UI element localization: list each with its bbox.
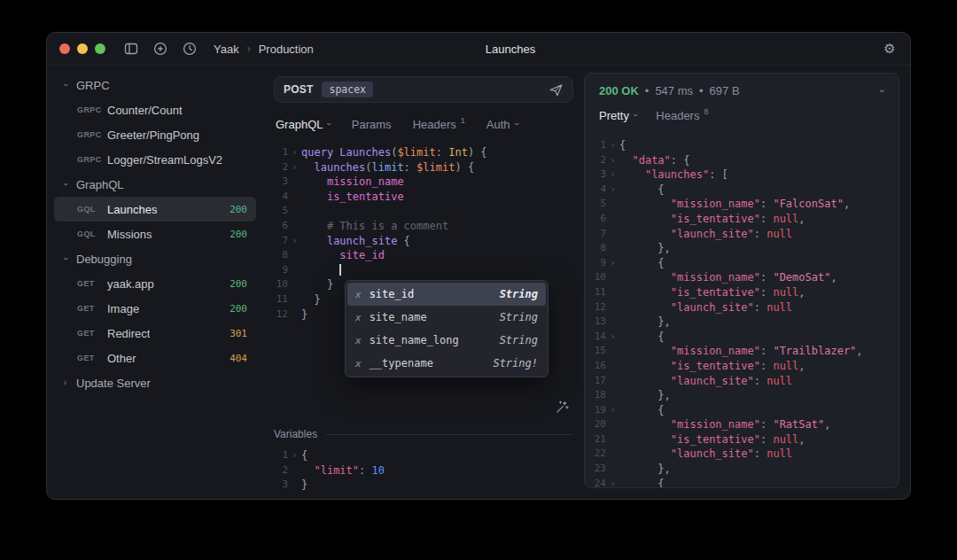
chevron-down-icon: › <box>511 122 520 125</box>
line-number: 16 <box>592 359 606 374</box>
sidebar-toggle-icon[interactable] <box>123 41 139 57</box>
autocomplete-item-typename[interactable]: x__typenameString! <box>347 352 546 375</box>
response-body[interactable]: 1›{2› "data": {3› "launches": [4› {5 "mi… <box>585 138 899 487</box>
line-number: 13 <box>592 315 606 330</box>
line-number: 4 <box>274 190 288 205</box>
code-line: 7› launch_site { <box>274 234 573 249</box>
code-line: 4 is_tentative <box>274 190 573 205</box>
code-line: 19› { <box>592 403 899 418</box>
line-number: 1 <box>274 448 288 463</box>
code-text: "launch_site": null <box>619 227 792 242</box>
zoom-window-button[interactable] <box>95 43 105 54</box>
response-time: 547 ms <box>655 84 693 97</box>
magic-wand-icon[interactable] <box>555 400 570 418</box>
code-text <box>301 263 341 278</box>
request-tab-graphql[interactable]: GraphQL› <box>276 118 331 131</box>
sidebar-item-launches[interactable]: GQLLaunches200 <box>54 197 256 222</box>
code-text: }, <box>619 315 671 330</box>
sidebar-section-update-server[interactable]: ›Update Server <box>54 370 256 395</box>
code-line: 1›{ <box>592 138 899 153</box>
breadcrumb-workspace[interactable]: Yaak <box>214 43 239 56</box>
chevron-down-icon: › <box>61 82 70 89</box>
field-icon: x <box>355 358 362 369</box>
fold-spacer <box>288 307 301 323</box>
fold-chevron-icon: › <box>606 167 619 183</box>
breadcrumb-environment[interactable]: Production <box>259 43 314 56</box>
code-text: site_id <box>301 248 385 263</box>
code-line: 1›query Launches($limit: Int) { <box>274 145 573 160</box>
autocomplete-popup: xsite_idStringxsite_nameStringxsite_name… <box>345 280 549 377</box>
sidebar-item-image[interactable]: GETImage200 <box>54 296 256 321</box>
code-text: "data": { <box>619 153 690 168</box>
sidebar-item-redirect[interactable]: GETRedirect301 <box>54 321 256 346</box>
request-tab-params[interactable]: Params <box>352 118 392 131</box>
line-number: 19 <box>592 403 606 418</box>
code-line: 3} <box>274 478 573 493</box>
variables-editor[interactable]: 1›{2 "limit": 103} <box>274 448 573 493</box>
autocomplete-item-site-id[interactable]: xsite_idString <box>347 283 546 306</box>
field-icon: x <box>355 335 362 346</box>
history-icon[interactable] <box>182 41 198 57</box>
code-text: "is_tentative": null, <box>619 285 805 300</box>
autocomplete-item-site-name-long[interactable]: xsite_name_longString <box>347 329 546 352</box>
fold-spacer <box>606 285 619 300</box>
code-text: "is_tentative": null, <box>619 359 805 374</box>
tab-label: Headers <box>656 109 699 122</box>
suggestion-type: String <box>500 334 538 346</box>
fold-spacer <box>606 447 619 462</box>
code-line: 7 "launch_site": null <box>592 227 899 242</box>
code-text: { <box>619 403 665 418</box>
code-text: "mission_name": "Trailblazer", <box>619 344 863 359</box>
url-template-pill[interactable]: spacex <box>322 82 373 97</box>
code-line: 24› { <box>592 477 899 487</box>
sidebar-section-graphql[interactable]: ›GraphQL <box>54 172 256 197</box>
suggestion-label: site_name <box>370 311 427 323</box>
request-tab-auth[interactable]: Auth› <box>486 118 517 131</box>
request-name: Missions <box>107 228 152 241</box>
sidebar-item-greeter-pingpong[interactable]: GRPCGreeter/PingPong <box>54 122 256 147</box>
sidebar-item-missions[interactable]: GQLMissions200 <box>54 222 256 246</box>
variables-header: Variables <box>274 428 573 440</box>
url-bar[interactable]: POST spacex <box>274 76 573 103</box>
fold-spacer <box>606 300 619 315</box>
sidebar-section-grpc[interactable]: ›GRPC <box>54 73 256 97</box>
code-line: 16 "is_tentative": null, <box>592 359 899 374</box>
line-number: 8 <box>592 241 606 256</box>
request-method: POST <box>284 83 313 96</box>
fold-chevron-icon: › <box>606 403 619 418</box>
line-number: 2 <box>274 463 288 478</box>
fold-spacer <box>606 241 619 256</box>
code-text: } <box>301 277 333 292</box>
field-icon: x <box>355 312 362 323</box>
request-tab-headers[interactable]: Headers1 <box>413 118 465 131</box>
sidebar-item-counter-count[interactable]: GRPCCounter/Count <box>54 97 256 122</box>
line-number: 23 <box>592 462 606 477</box>
line-number: 9 <box>592 256 606 271</box>
app-window: Yaak › Production Launches ⚙ ›GRPCGRPCCo… <box>46 32 911 500</box>
chevron-down-icon[interactable]: › <box>878 89 888 93</box>
code-line: 20 "mission_name": "RatSat", <box>592 417 899 432</box>
active-request-title: Launches <box>486 43 535 56</box>
chevron-right-icon: › <box>247 43 251 55</box>
code-text: } <box>301 307 307 323</box>
code-text: }, <box>619 462 671 477</box>
autocomplete-item-site-name[interactable]: xsite_nameString <box>347 306 546 329</box>
chevron-down-icon: › <box>61 255 70 263</box>
gear-icon[interactable]: ⚙ <box>882 41 898 57</box>
fold-chevron-icon: › <box>606 477 619 487</box>
sidebar-item-other[interactable]: GETOther404 <box>54 346 256 370</box>
method-label: GRPC <box>77 130 107 139</box>
add-request-icon[interactable] <box>152 41 168 57</box>
code-text: "mission_name": "FalconSat", <box>619 197 850 212</box>
code-text: "is_tentative": null, <box>619 212 805 227</box>
sidebar-section-debugging[interactable]: ›Debugging <box>54 246 256 271</box>
minimize-window-button[interactable] <box>77 43 88 54</box>
line-number: 3 <box>274 478 288 493</box>
close-window-button[interactable] <box>59 43 70 54</box>
sidebar-item-logger-streamlogsv2[interactable]: GRPCLogger/StreamLogsV2 <box>54 147 256 172</box>
fold-chevron-icon: › <box>606 256 619 271</box>
send-icon[interactable] <box>548 82 564 97</box>
sidebar-item-yaak-app[interactable]: GETyaak.app200 <box>54 271 256 296</box>
response-tab-headers[interactable]: Headers8 <box>656 109 708 122</box>
response-tab-pretty[interactable]: Pretty› <box>599 109 636 122</box>
